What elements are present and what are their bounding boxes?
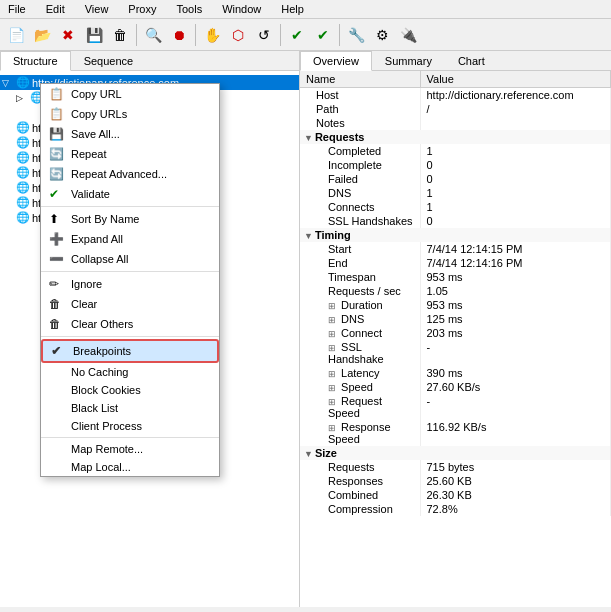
ctx-save-all[interactable]: 💾 Save All...: [41, 124, 219, 144]
find-button[interactable]: 🔍: [141, 23, 165, 47]
menu-help[interactable]: Help: [277, 2, 308, 16]
section-timing: ▼Timing: [300, 228, 611, 242]
ctx-no-caching-label: No Caching: [71, 366, 128, 378]
col-value-header: Value: [420, 71, 611, 88]
row-compression-name: Compression: [300, 502, 420, 516]
save-button[interactable]: 💾: [82, 23, 106, 47]
save-all-icon: 💾: [49, 127, 67, 141]
row-req-speed-name: ⊞ Request Speed: [300, 394, 420, 420]
menu-file[interactable]: File: [4, 2, 30, 16]
ctx-repeat[interactable]: 🔄 Repeat: [41, 144, 219, 164]
row-size-requests-name: Requests: [300, 460, 420, 474]
ctx-client-process-label: Client Process: [71, 420, 142, 432]
toolbar-separator-2: [195, 24, 196, 46]
tab-structure[interactable]: Structure: [0, 51, 71, 71]
sort-icon: ⬆: [49, 212, 67, 226]
row-incomplete-value: 0: [420, 158, 611, 172]
row-timespan-value: 953 ms: [420, 270, 611, 284]
row-completed-name: Completed: [300, 144, 420, 158]
toolbar-separator-3: [280, 24, 281, 46]
table-row: ⊞ Response Speed 116.92 KB/s: [300, 420, 611, 446]
menu-view[interactable]: View: [81, 2, 113, 16]
close-button[interactable]: ✖: [56, 23, 80, 47]
ssl-shake-expand-icon: ⊞: [328, 343, 336, 353]
ctx-no-caching[interactable]: No Caching: [41, 363, 219, 381]
ctx-repeat-advanced-label: Repeat Advanced...: [71, 168, 167, 180]
table-row: Path /: [300, 102, 611, 116]
menu-edit[interactable]: Edit: [42, 2, 69, 16]
ctx-collapse-all[interactable]: ➖ Collapse All: [41, 249, 219, 269]
tab-chart[interactable]: Chart: [445, 51, 498, 70]
tab-sequence[interactable]: Sequence: [71, 51, 147, 70]
ctx-sort-by-name[interactable]: ⬆ Sort By Name: [41, 209, 219, 229]
section-timing-label: ▼Timing: [300, 228, 611, 242]
delete-button[interactable]: 🗑: [108, 23, 132, 47]
menu-proxy[interactable]: Proxy: [124, 2, 160, 16]
ctx-validate-label: Validate: [71, 188, 110, 200]
row-ssl-shake-name: ⊞ SSL Handshake: [300, 340, 420, 366]
row-start-name: Start: [300, 242, 420, 256]
tick2-button[interactable]: ✔: [311, 23, 335, 47]
right-panel: Overview Summary Chart Name Value Host h…: [300, 51, 611, 607]
refresh-button[interactable]: ↺: [252, 23, 276, 47]
globe-icon-7: 🌐: [16, 166, 30, 179]
ctx-clear-others[interactable]: 🗑 Clear Others: [41, 314, 219, 334]
stop-button[interactable]: ⬡: [226, 23, 250, 47]
ctx-validate[interactable]: ✔ Validate: [41, 184, 219, 204]
ctx-client-process[interactable]: Client Process: [41, 417, 219, 435]
table-row: SSL Handshakes 0: [300, 214, 611, 228]
globe-icon-4: 🌐: [16, 121, 30, 134]
ctx-ignore[interactable]: ✏ Ignore: [41, 274, 219, 294]
globe-icon-5: 🌐: [16, 136, 30, 149]
table-row: DNS 1: [300, 186, 611, 200]
row-end-name: End: [300, 256, 420, 270]
ctx-breakpoints[interactable]: ✔ Breakpoints: [41, 339, 219, 363]
table-row: Notes: [300, 116, 611, 130]
plugin-button[interactable]: 🔌: [396, 23, 420, 47]
intercept-button[interactable]: ✋: [200, 23, 224, 47]
ctx-sep-4: [41, 437, 219, 438]
ctx-black-list-label: Black List: [71, 402, 118, 414]
col-name-header: Name: [300, 71, 420, 88]
ctx-ignore-label: Ignore: [71, 278, 102, 290]
ctx-block-cookies[interactable]: Block Cookies: [41, 381, 219, 399]
overview-table: Name Value Host http://dictionary.refere…: [300, 71, 611, 516]
ctx-copy-urls-label: Copy URLs: [71, 108, 127, 120]
row-latency-name: ⊞ Latency: [300, 366, 420, 380]
check-button[interactable]: ✔: [285, 23, 309, 47]
ctx-copy-urls[interactable]: 📋 Copy URLs: [41, 104, 219, 124]
table-row: Requests / sec 1.05: [300, 284, 611, 298]
speed-expand-icon: ⊞: [328, 383, 336, 393]
ctx-repeat-advanced[interactable]: 🔄 Repeat Advanced...: [41, 164, 219, 184]
ctx-sep-1: [41, 206, 219, 207]
row-timespan-name: Timespan: [300, 270, 420, 284]
ctx-copy-url[interactable]: 📋 Copy URL: [41, 84, 219, 104]
ctx-expand-all[interactable]: ➕ Expand All: [41, 229, 219, 249]
tools-button[interactable]: 🔧: [344, 23, 368, 47]
section-requests-label: ▼Requests: [300, 130, 611, 144]
ctx-map-remote[interactable]: Map Remote...: [41, 440, 219, 458]
tab-overview[interactable]: Overview: [300, 51, 372, 71]
ctx-clear[interactable]: 🗑 Clear: [41, 294, 219, 314]
row-ssl-handshakes-value: 0: [420, 214, 611, 228]
menu-tools[interactable]: Tools: [172, 2, 206, 16]
ctx-black-list[interactable]: Black List: [41, 399, 219, 417]
toolbar: 📄 📂 ✖ 💾 🗑 🔍 ⏺ ✋ ⬡ ↺ ✔ ✔ 🔧 ⚙ 🔌: [0, 19, 611, 51]
ctx-map-local-label: Map Local...: [71, 461, 131, 473]
table-row: Start 7/4/14 12:14:15 PM: [300, 242, 611, 256]
row-combined-value: 26.30 KB: [420, 488, 611, 502]
open-button[interactable]: 📂: [30, 23, 54, 47]
clear-others-icon: 🗑: [49, 317, 67, 331]
expand-icon-2: ▷: [16, 93, 30, 103]
record-button[interactable]: ⏺: [167, 23, 191, 47]
timing-expand-icon: ▼: [304, 231, 313, 241]
new-button[interactable]: 📄: [4, 23, 28, 47]
settings-button[interactable]: ⚙: [370, 23, 394, 47]
left-tabs-bar: Structure Sequence: [0, 51, 299, 71]
ctx-map-local[interactable]: Map Local...: [41, 458, 219, 476]
breakpoints-check-icon: ✔: [51, 344, 69, 358]
tab-summary[interactable]: Summary: [372, 51, 445, 70]
row-resp-speed-name: ⊞ Response Speed: [300, 420, 420, 446]
menu-window[interactable]: Window: [218, 2, 265, 16]
table-row: End 7/4/14 12:14:16 PM: [300, 256, 611, 270]
